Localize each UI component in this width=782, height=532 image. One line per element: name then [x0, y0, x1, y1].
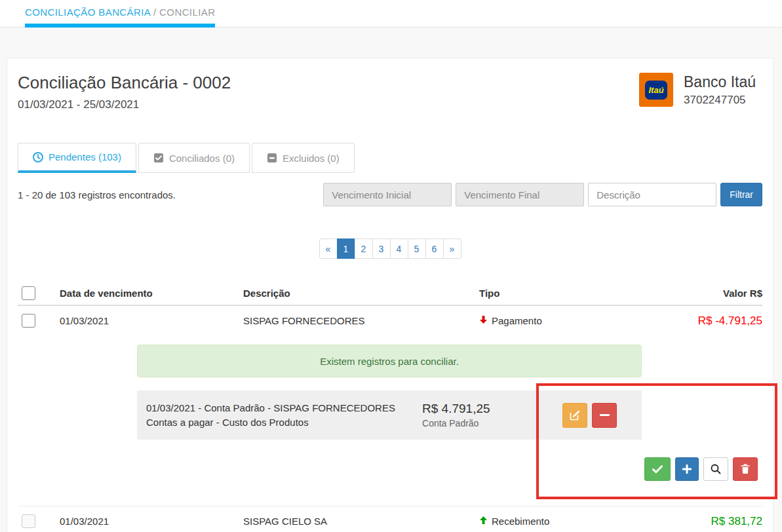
search-record-button[interactable] — [703, 457, 728, 481]
confirm-reconcile-button[interactable] — [644, 457, 671, 481]
search-icon — [711, 464, 721, 474]
remove-match-button[interactable] — [592, 403, 617, 428]
reconcile-actions — [18, 457, 762, 481]
filters: Filtrar — [323, 183, 762, 206]
tabs: Pendentes (103) Conciliados (0) Excluido… — [18, 143, 762, 173]
pagination-page-3[interactable]: 3 — [372, 238, 391, 259]
edit-match-button[interactable] — [562, 403, 587, 428]
pagination-next[interactable]: » — [443, 238, 461, 259]
plus-icon — [682, 465, 692, 474]
bank-name: Banco Itaú — [684, 73, 756, 91]
row-date: 01/03/2021 — [60, 315, 243, 326]
row-description: SISPAG FORNECEDORES — [243, 315, 479, 326]
check-icon — [652, 465, 663, 474]
match-amount: R$ 4.791,25 — [422, 402, 562, 416]
pagination-page-2[interactable]: 2 — [355, 238, 373, 259]
filtrar-button[interactable]: Filtrar — [720, 183, 762, 206]
match-amount-block: R$ 4.791,25 Conta Padrão — [422, 402, 562, 428]
tab-excluidos-label: Excluidos (0) — [283, 153, 340, 164]
match-suggestion-row: 01/03/2021 - Conta Padrão - SISPAG FORNE… — [137, 390, 642, 440]
check-square-icon — [153, 153, 164, 163]
bank-logo: Itaú — [639, 73, 673, 107]
page-period: 01/03/2021 - 25/03/2021 — [18, 98, 231, 111]
table-row: 01/03/2021 SISPAG CIELO SA Recebimento R… — [18, 506, 762, 532]
row-type: Recebimento — [492, 516, 549, 527]
tab-pendentes-label: Pendentes (103) — [49, 151, 121, 162]
table-row: 01/03/2021 SISPAG FORNECEDORES Pagamento… — [18, 306, 762, 335]
column-header-tipo: Tipo — [479, 288, 644, 299]
breadcrumb-link-conciliacao[interactable]: CONCILIAÇÃO BANCÁRIA — [25, 7, 150, 18]
row-value: R$ 381,72 — [644, 515, 762, 528]
column-header-valor: Valor R$ — [644, 288, 762, 299]
tab-excluidos[interactable]: Excluidos (0) — [252, 143, 355, 173]
delete-record-button[interactable] — [733, 457, 758, 481]
breadcrumb-current: CONCILIAR — [159, 7, 215, 18]
match-line2: Contas a pagar - Custo dos Produtos — [146, 415, 422, 430]
arrow-down-icon — [479, 315, 488, 326]
minus-square-icon — [267, 153, 277, 163]
row-date: 01/03/2021 — [60, 516, 243, 527]
column-header-data: Data de vencimento — [60, 288, 243, 299]
add-record-button[interactable] — [675, 457, 699, 481]
pagination: « 1 2 3 4 5 6 » — [319, 238, 461, 259]
tab-pendentes[interactable]: Pendentes (103) — [18, 143, 136, 173]
reconcile-alert-text: Existem registros para conciliar. — [320, 356, 459, 367]
descricao-input[interactable] — [588, 183, 716, 206]
row-value: R$ -4.791,25 — [644, 314, 762, 328]
minus-icon — [600, 414, 610, 416]
breadcrumb-bar: CONCILIAÇÃO BANCÁRIA / CONCILIAR — [0, 0, 782, 28]
bank-info: Itaú Banco Itaú 3702247705 — [639, 73, 756, 107]
trash-icon — [741, 464, 750, 474]
itau-logo-icon: Itaú — [645, 81, 667, 100]
card-title-block: Conciliação Bancária - 0002 01/03/2021 -… — [18, 73, 231, 111]
row-checkbox[interactable] — [22, 314, 35, 328]
tab-conciliados[interactable]: Conciliados (0) — [138, 143, 250, 173]
pagination-page-6[interactable]: 6 — [425, 238, 444, 259]
bank-account-number: 3702247705 — [684, 94, 756, 107]
tab-conciliados-label: Conciliados (0) — [169, 153, 235, 164]
match-line1: 01/03/2021 - Conta Padrão - SISPAG FORNE… — [146, 401, 422, 415]
row-description: SISPAG CIELO SA — [243, 516, 479, 527]
row-checkbox[interactable] — [22, 514, 35, 528]
results-summary: 1 - 20 de 103 registros encontrados. — [18, 189, 323, 200]
table-header: Data de vencimento Descrição Tipo Valor … — [18, 281, 762, 306]
page-title: Conciliação Bancária - 0002 — [18, 73, 231, 93]
match-description: 01/03/2021 - Conta Padrão - SISPAG FORNE… — [146, 401, 422, 430]
breadcrumb-active-underline — [25, 24, 215, 28]
vencimento-inicial-input[interactable] — [323, 183, 452, 206]
pagination-page-5[interactable]: 5 — [408, 238, 426, 259]
match-account: Conta Padrão — [422, 418, 562, 428]
vencimento-final-input[interactable] — [456, 183, 584, 206]
pagination-page-4[interactable]: 4 — [390, 238, 408, 259]
pagination-prev[interactable]: « — [319, 238, 338, 259]
arrow-up-icon — [479, 516, 488, 527]
clock-icon — [33, 152, 43, 162]
edit-icon — [570, 409, 581, 421]
select-all-checkbox[interactable] — [22, 286, 35, 300]
reconciliation-card: Conciliação Bancária - 0002 01/03/2021 -… — [7, 58, 773, 532]
reconcile-alert: Existem registros para conciliar. — [137, 345, 642, 377]
breadcrumb: CONCILIAÇÃO BANCÁRIA / CONCILIAR — [25, 7, 215, 18]
row-type: Pagamento — [492, 315, 542, 326]
breadcrumb-separator: / — [150, 7, 159, 18]
column-header-descricao: Descrição — [243, 288, 479, 299]
pagination-page-1[interactable]: 1 — [337, 238, 355, 259]
